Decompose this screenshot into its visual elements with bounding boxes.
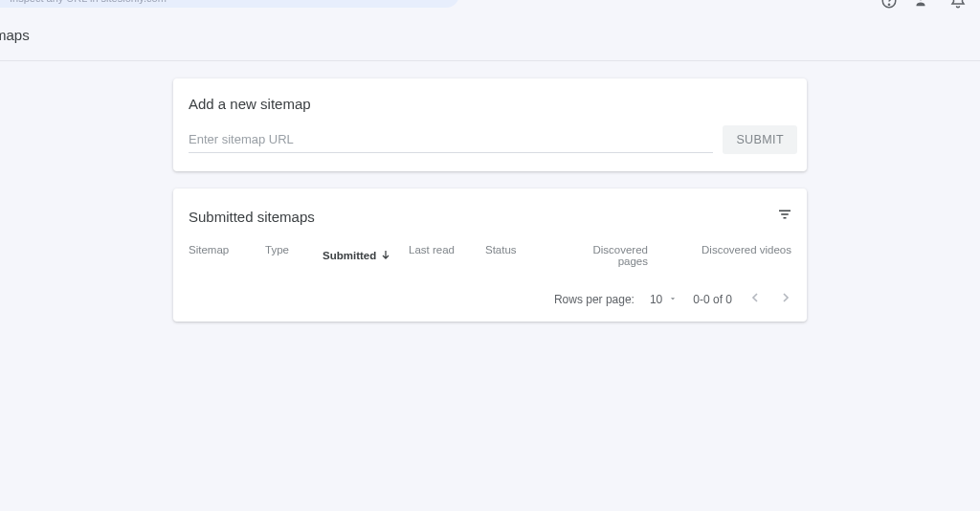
svg-text:+: + [924,0,929,3]
help-icon[interactable] [880,0,898,13]
rows-per-page-label: Rows per page: [554,293,635,306]
add-sitemap-card: Add a new sitemap SUBMIT [173,78,807,171]
dropdown-icon [668,293,678,306]
table-header: Sitemap Type Submitted Last read Status … [173,244,807,280]
people-icon[interactable]: + [915,0,932,13]
notifications-icon[interactable] [949,0,967,13]
col-status[interactable]: Status [485,244,562,267]
breadcrumb-row: maps [0,10,980,61]
svg-point-1 [888,4,889,5]
add-sitemap-row: SUBMIT [173,125,807,171]
col-discovered-videos[interactable]: Discovered videos [686,244,791,267]
table-pager: Rows per page: 10 0-0 of 0 [173,280,807,322]
content-area: Add a new sitemap SUBMIT Submitted sitem… [0,61,980,339]
submitted-header: Submitted sitemaps [173,189,807,244]
prev-page-button[interactable] [747,290,763,308]
url-inspect-search[interactable]: Inspect any URL in sitesionly.com [0,0,459,8]
submitted-sitemaps-card: Submitted sitemaps Sitemap Type Submitte… [173,189,807,322]
filter-icon[interactable] [776,206,793,227]
next-page-button[interactable] [778,290,793,308]
search-hint: Inspect any URL in sitesionly.com [10,0,167,4]
col-type[interactable]: Type [265,244,323,267]
col-submitted[interactable]: Submitted [323,244,409,267]
pager-nav [747,290,793,308]
svg-rect-6 [784,217,787,219]
col-sitemap[interactable]: Sitemap [189,244,265,267]
page-range: 0-0 of 0 [693,293,732,306]
rows-per-page-value: 10 [650,293,662,306]
submitted-title: Submitted sitemaps [189,209,315,225]
col-last-read[interactable]: Last read [409,244,485,267]
add-sitemap-title: Add a new sitemap [173,78,807,125]
page-title: maps [0,27,30,43]
sitemap-url-input[interactable] [189,126,713,153]
svg-rect-4 [779,211,791,212]
col-submitted-label: Submitted [323,250,376,261]
top-bar: Inspect any URL in sitesionly.com + [0,0,980,10]
submit-button[interactable]: SUBMIT [723,125,797,154]
sort-arrow-down-icon [380,249,391,262]
rows-per-page-select[interactable]: 10 [650,293,678,306]
svg-rect-5 [781,213,789,215]
col-discovered-pages[interactable]: Discovered pages [562,244,686,267]
top-icons: + [880,0,967,13]
